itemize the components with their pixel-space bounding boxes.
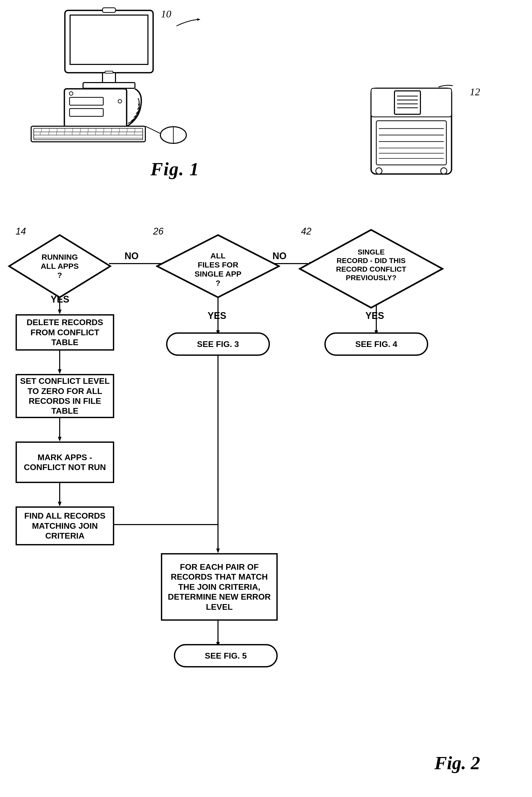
svg-point-10 [118, 99, 122, 103]
svg-text:NO: NO [125, 251, 138, 261]
svg-text:RECORD - DID THIS: RECORD - DID THIS [337, 257, 406, 265]
svg-text:?: ? [57, 271, 62, 279]
svg-rect-2 [102, 73, 115, 83]
svg-marker-79 [58, 437, 61, 442]
svg-rect-47 [395, 91, 420, 114]
rect-find-all-records: FIND ALL RECORDS MATCHING JOIN CRITERIA [16, 506, 114, 545]
svg-marker-77 [58, 369, 61, 374]
svg-rect-4 [102, 8, 115, 13]
svg-point-60 [441, 168, 447, 174]
svg-marker-81 [58, 502, 61, 506]
fig1-section: 10 [0, 0, 532, 203]
floppy-label: 12 [470, 86, 480, 98]
diamond-running-all-apps: RUNNING ALL APPS ? [8, 234, 112, 299]
svg-rect-7 [70, 97, 103, 105]
svg-text:PREVIOUSLY?: PREVIOUSLY? [346, 274, 396, 282]
svg-text:YES: YES [208, 310, 226, 321]
svg-text:ALL APPS: ALL APPS [41, 262, 79, 270]
stadium-see-fig5: SEE FIG. 5 [174, 644, 278, 667]
page: 10 [0, 0, 532, 797]
svg-marker-62 [58, 310, 61, 314]
diamond-single-record: SINGLE RECORD - DID THIS RECORD CONFLICT… [299, 228, 444, 309]
svg-text:SINGLE: SINGLE [358, 248, 385, 256]
rect-mark-apps: MARK APPS - CONFLICT NOT RUN [16, 442, 114, 483]
floppy-illustration [366, 83, 459, 179]
svg-point-59 [376, 168, 382, 174]
svg-rect-1 [70, 15, 148, 64]
rect-for-each-pair: FOR EACH PAIR OF RECORDS THAT MATCH THE … [161, 553, 278, 621]
svg-text:SINGLE APP: SINGLE APP [195, 270, 242, 278]
stadium-see-fig4: SEE FIG. 4 [324, 332, 428, 356]
svg-text:FILES FOR: FILES FOR [198, 260, 239, 269]
flowchart-section: YES NO NO YES YES [0, 213, 532, 784]
svg-text:YES: YES [365, 310, 384, 321]
svg-marker-85 [216, 549, 220, 553]
svg-rect-5 [105, 71, 113, 73]
computer-illustration [26, 5, 203, 145]
fig2-caption: Fig. 2 [434, 752, 480, 774]
diamond-all-files-single-app: ALL FILES FOR SINGLE APP ? [156, 234, 280, 299]
svg-marker-44 [197, 18, 200, 21]
svg-point-9 [69, 92, 73, 95]
svg-rect-3 [83, 82, 135, 88]
svg-text:RECORD CONFLICT: RECORD CONFLICT [336, 265, 406, 273]
stadium-see-fig3: SEE FIG. 3 [166, 332, 270, 356]
rect-delete-records: DELETE RECORDS FROM CONFLICT TABLE [16, 314, 114, 351]
svg-rect-8 [70, 109, 103, 116]
svg-text:ALL: ALL [210, 252, 226, 260]
rect-set-conflict-level: SET CONFLICT LEVEL TO ZERO FOR ALL RECOR… [16, 374, 114, 418]
fig1-caption: Fig. 1 [151, 159, 199, 180]
svg-text:?: ? [216, 279, 220, 287]
svg-text:RUNNING: RUNNING [41, 253, 78, 261]
